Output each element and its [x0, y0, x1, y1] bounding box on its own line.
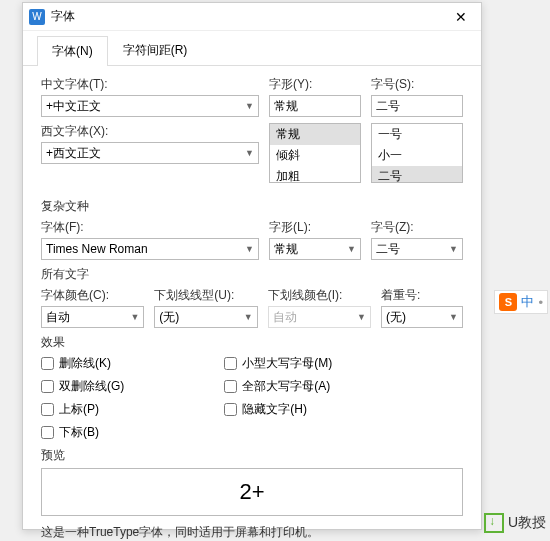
watermark: U教授 — [484, 513, 546, 533]
cn-font-label: 中文字体(T): — [41, 76, 259, 93]
size-label: 字号(S): — [371, 76, 463, 93]
list-item[interactable]: 二号 — [372, 166, 462, 183]
chevron-down-icon: ▼ — [245, 101, 254, 111]
check-sub[interactable]: 下标(B) — [41, 424, 124, 441]
check-label: 删除线(K) — [59, 355, 111, 372]
titlebar: W 字体 ✕ — [23, 3, 481, 31]
check-label: 隐藏文字(H) — [242, 401, 307, 418]
download-icon — [484, 513, 504, 533]
en-font-value: +西文正文 — [46, 145, 101, 162]
checkbox[interactable] — [224, 403, 237, 416]
complex-size-value: 二号 — [376, 241, 400, 258]
emphasis-select[interactable]: (无) ▼ — [381, 306, 463, 328]
check-hidden[interactable]: 隐藏文字(H) — [224, 401, 332, 418]
style-value: 常规 — [274, 98, 298, 115]
checkbox[interactable] — [41, 426, 54, 439]
check-dblstrike[interactable]: 双删除线(G) — [41, 378, 124, 395]
check-label: 下标(B) — [59, 424, 99, 441]
effects-checks: 删除线(K) 双删除线(G) 上标(P) 下标(B) 小型大写字母(M) 全部大… — [41, 355, 463, 441]
ime-dot-icon: • — [538, 295, 543, 310]
chevron-down-icon: ▼ — [130, 312, 139, 322]
en-font-select[interactable]: +西文正文 ▼ — [41, 142, 259, 164]
effects-section-label: 效果 — [41, 334, 463, 351]
tab-spacing[interactable]: 字符间距(R) — [108, 35, 203, 65]
complex-style-value: 常规 — [274, 241, 298, 258]
ime-indicator[interactable]: S 中 • — [494, 290, 548, 314]
dialog-content: 中文字体(T): +中文正文 ▼ 字形(Y): 常规 字号(S): 二号 — [23, 66, 481, 541]
dialog-title: 字体 — [51, 8, 447, 25]
complex-style-select[interactable]: 常规 ▼ — [269, 238, 361, 260]
size-value: 二号 — [376, 98, 400, 115]
ime-lang: 中 — [521, 293, 534, 311]
preview-text: 2+ — [239, 479, 264, 505]
preview-label: 预览 — [41, 447, 463, 464]
ucolor-select: 自动 ▼ — [268, 306, 371, 328]
underline-value: (无) — [159, 309, 179, 326]
complex-font-label: 字体(F): — [41, 219, 259, 236]
check-label: 全部大写字母(A) — [242, 378, 330, 395]
color-value: 自动 — [46, 309, 70, 326]
check-label: 双删除线(G) — [59, 378, 124, 395]
sogou-icon: S — [499, 293, 517, 311]
app-icon: W — [29, 9, 45, 25]
chevron-down-icon: ▼ — [449, 312, 458, 322]
style-label: 字形(Y): — [269, 76, 361, 93]
color-label: 字体颜色(C): — [41, 287, 144, 304]
complex-style-label: 字形(L): — [269, 219, 361, 236]
complex-font-value: Times New Roman — [46, 242, 148, 256]
size-input[interactable]: 二号 — [371, 95, 463, 117]
complex-size-label: 字号(Z): — [371, 219, 463, 236]
chevron-down-icon: ▼ — [245, 244, 254, 254]
check-smallcaps[interactable]: 小型大写字母(M) — [224, 355, 332, 372]
font-dialog: W 字体 ✕ 字体(N) 字符间距(R) 中文字体(T): +中文正文 ▼ 字形… — [22, 2, 482, 530]
tab-font[interactable]: 字体(N) — [37, 36, 108, 66]
check-strike[interactable]: 删除线(K) — [41, 355, 124, 372]
checkbox[interactable] — [224, 357, 237, 370]
underline-select[interactable]: (无) ▼ — [154, 306, 257, 328]
ucolor-value: 自动 — [273, 309, 297, 326]
chevron-down-icon: ▼ — [449, 244, 458, 254]
checkbox[interactable] — [41, 380, 54, 393]
emphasis-label: 着重号: — [381, 287, 463, 304]
check-label: 小型大写字母(M) — [242, 355, 332, 372]
font-description: 这是一种TrueType字体，同时适用于屏幕和打印机。 — [41, 524, 463, 541]
list-item[interactable]: 加粗 — [270, 166, 360, 183]
tab-bar: 字体(N) 字符间距(R) — [23, 31, 481, 66]
cn-font-value: +中文正文 — [46, 98, 101, 115]
chevron-down-icon: ▼ — [347, 244, 356, 254]
complex-font-select[interactable]: Times New Roman ▼ — [41, 238, 259, 260]
ucolor-label: 下划线颜色(I): — [268, 287, 371, 304]
chevron-down-icon: ▼ — [357, 312, 366, 322]
check-label: 上标(P) — [59, 401, 99, 418]
style-input[interactable]: 常规 — [269, 95, 361, 117]
watermark-text: U教授 — [508, 514, 546, 532]
underline-label: 下划线线型(U): — [154, 287, 257, 304]
chevron-down-icon: ▼ — [245, 148, 254, 158]
checkbox[interactable] — [41, 403, 54, 416]
checkbox[interactable] — [224, 380, 237, 393]
checkbox[interactable] — [41, 357, 54, 370]
complex-size-select[interactable]: 二号 ▼ — [371, 238, 463, 260]
alltext-section-label: 所有文字 — [41, 266, 463, 283]
color-select[interactable]: 自动 ▼ — [41, 306, 144, 328]
cn-font-select[interactable]: +中文正文 ▼ — [41, 95, 259, 117]
preview-box: 2+ — [41, 468, 463, 516]
en-font-label: 西文字体(X): — [41, 123, 259, 140]
complex-section-label: 复杂文种 — [41, 198, 463, 215]
check-super[interactable]: 上标(P) — [41, 401, 124, 418]
check-allcaps[interactable]: 全部大写字母(A) — [224, 378, 332, 395]
close-button[interactable]: ✕ — [447, 5, 475, 29]
chevron-down-icon: ▼ — [244, 312, 253, 322]
emphasis-value: (无) — [386, 309, 406, 326]
